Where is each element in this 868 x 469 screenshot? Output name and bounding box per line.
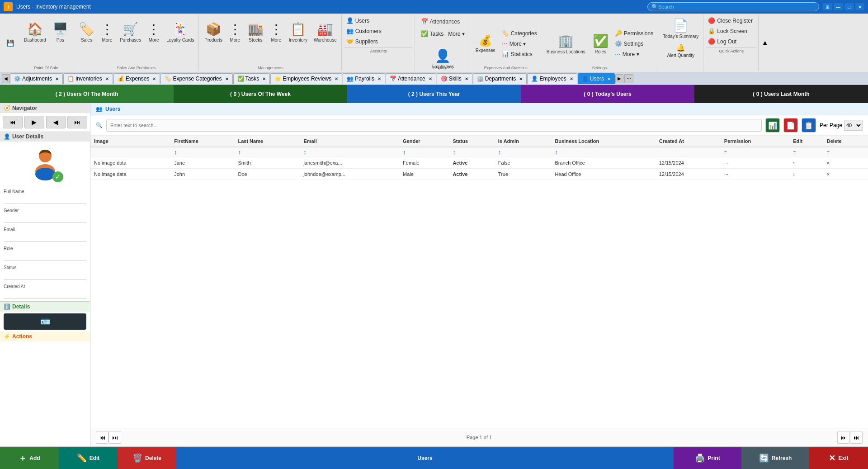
lock-screen-btn[interactable]: 🔒Lock Screen xyxy=(706,27,749,35)
close-register-btn[interactable]: 🔴Close Register xyxy=(706,16,755,25)
stat-today[interactable]: ( 0 ) Today's Users xyxy=(521,85,694,103)
toolbar-save-btn[interactable]: 💾 xyxy=(4,37,17,49)
settings-btn[interactable]: ⚙️Settings xyxy=(613,39,655,48)
toolbar-collapse-btn[interactable]: ▲ xyxy=(760,14,770,71)
expenses-btn[interactable]: 💰 Expenses xyxy=(473,28,498,60)
nav-first-btn[interactable]: ⏮ xyxy=(3,116,23,128)
export-excel-btn[interactable]: 📊 xyxy=(765,118,780,133)
alert-quantity-btn[interactable]: 🔔 Alert Quantity xyxy=(664,42,697,60)
sidebar-details-btn[interactable]: 🪪 xyxy=(4,313,86,330)
nav-last-btn[interactable]: ⏭ xyxy=(67,116,87,128)
nav-prev-btn[interactable]: ▶ xyxy=(24,116,44,128)
attendances-btn[interactable]: 📅Attendances xyxy=(419,17,462,26)
email-input[interactable] xyxy=(4,233,86,242)
search-input[interactable] xyxy=(658,4,815,9)
filter-status[interactable]: ↕ xyxy=(449,147,494,157)
row1-edit[interactable]: › xyxy=(789,157,823,169)
filter-gender[interactable]: ↕ xyxy=(399,147,449,157)
role-input[interactable] xyxy=(4,252,86,261)
tab-employees-reviews-close[interactable]: ✕ xyxy=(335,76,338,81)
users-center-button[interactable]: Users xyxy=(176,447,674,469)
row1-delete[interactable]: × xyxy=(823,157,868,169)
customers-nav-btn[interactable]: 👥 Customers xyxy=(344,27,383,35)
sales-more-btn[interactable]: ⋮ More xyxy=(98,16,116,48)
stat-month[interactable]: ( 2 ) Users Of The Month xyxy=(0,85,174,103)
suppliers-nav-btn[interactable]: 🤝 Suppliers xyxy=(344,37,380,46)
filter-location[interactable]: ↕ xyxy=(551,147,655,157)
tab-attendance[interactable]: 📅 Attendance ✕ xyxy=(386,73,436,84)
settings-more-btn[interactable]: ⋯More ▾ xyxy=(613,50,655,58)
warehouse-btn[interactable]: 🏭 Warehouse xyxy=(311,16,340,48)
tab-adjustments-close[interactable]: ✕ xyxy=(55,76,59,81)
grid-btn[interactable]: ⊞ xyxy=(823,3,832,10)
stocks-more-btn[interactable]: ⋮ More xyxy=(267,16,285,48)
filter-firstname[interactable]: ↕ xyxy=(170,147,234,157)
page-first-btn[interactable]: ⏮ xyxy=(96,431,108,444)
tab-employees-reviews[interactable]: ⭐ Employees Reviews ✕ xyxy=(270,73,342,84)
purchases-btn[interactable]: 🛒 Purchases xyxy=(117,16,144,48)
filter-isadmin[interactable]: ↕ xyxy=(495,147,552,157)
statistics-btn[interactable]: 📊Statistics xyxy=(500,50,539,58)
tab-expenses-close[interactable]: ✕ xyxy=(152,76,156,81)
page-next-btn[interactable]: ⏭ xyxy=(837,431,850,444)
page-prev-btn[interactable]: ⏭ xyxy=(108,431,121,444)
stat-week[interactable]: ( 0 ) Users Of The Week xyxy=(174,85,347,103)
gender-input[interactable] xyxy=(4,214,86,223)
tab-users[interactable]: 👤 Users ✕ xyxy=(578,73,615,84)
tab-skills[interactable]: 🎯 Skills ✕ xyxy=(437,73,472,84)
tab-payrolls-close[interactable]: ✕ xyxy=(377,76,381,81)
export-pdf-btn[interactable]: 📄 xyxy=(783,118,798,133)
stat-last-month[interactable]: ( 0 ) Users Last Month xyxy=(694,85,868,103)
tab-next-btn[interactable]: ▶ xyxy=(615,74,623,83)
tab-skills-close[interactable]: ✕ xyxy=(465,76,468,81)
expenses-more-btn[interactable]: ⋯More ▾ xyxy=(500,39,539,48)
exit-button[interactable]: ✕ Exit xyxy=(809,447,868,469)
per-page-select[interactable]: 40 20 100 xyxy=(844,120,863,131)
tab-attendance-close[interactable]: ✕ xyxy=(429,76,432,81)
delete-button[interactable]: 🗑️ Delete xyxy=(118,447,176,469)
add-button[interactable]: ＋ Add xyxy=(0,447,59,469)
edit-button[interactable]: ✏️ Edit xyxy=(59,447,118,469)
page-last-btn[interactable]: ⏭ xyxy=(850,431,863,444)
business-locations-btn[interactable]: 🏢 Business Locations xyxy=(544,28,588,60)
status-input[interactable] xyxy=(4,271,86,280)
tab-expense-categories[interactable]: 🏷️ Expense Categories ✕ xyxy=(160,73,232,84)
tab-expenses[interactable]: 💰 Expenses ✕ xyxy=(113,73,160,84)
minimize-btn[interactable]: — xyxy=(834,3,843,10)
roles-btn[interactable]: ✅ Roles xyxy=(590,28,611,60)
row1-permission[interactable]: ··· xyxy=(721,157,789,169)
tab-users-close[interactable]: ✕ xyxy=(607,76,611,81)
stocks-btn[interactable]: 🏬 Stocks xyxy=(245,16,266,48)
tab-inventories[interactable]: 📋 Inventories ✕ xyxy=(63,73,113,84)
inventory-btn[interactable]: 📋 Inventory xyxy=(286,16,310,48)
purchases-more-btn[interactable]: ⋮ More xyxy=(145,16,163,48)
tab-departments-close[interactable]: ✕ xyxy=(519,76,523,81)
refresh-button[interactable]: 🔄 Refresh xyxy=(741,447,809,469)
categories-btn[interactable]: 🏷️Categories xyxy=(500,29,539,38)
tab-adjustments[interactable]: ⚙️ Adjustments ✕ xyxy=(10,73,63,84)
filter-email[interactable]: ↕ xyxy=(300,147,399,157)
logout-btn[interactable]: 🔴Log Out xyxy=(706,37,738,46)
row2-edit[interactable]: › xyxy=(789,169,823,180)
full-name-input[interactable] xyxy=(4,195,86,204)
created-at-input[interactable] xyxy=(4,290,86,299)
stat-year[interactable]: ( 2 ) Users This Year xyxy=(347,85,521,103)
tab-employees-close[interactable]: ✕ xyxy=(570,76,573,81)
maximize-btn[interactable]: □ xyxy=(844,3,854,10)
employees-more-btn[interactable]: More ▾ xyxy=(446,29,467,38)
loyalty-btn[interactable]: 🃏 Loyalty Cards xyxy=(164,16,197,48)
row2-permission[interactable]: ··· xyxy=(721,169,789,180)
row2-delete[interactable]: × xyxy=(823,169,868,180)
tab-more-btn[interactable]: ⋯ xyxy=(624,74,633,83)
users-nav-btn[interactable]: 👤 Users xyxy=(344,16,371,25)
tab-tasks-close[interactable]: ✕ xyxy=(262,76,266,81)
todays-summary-btn[interactable]: 📄 Today's Summary xyxy=(660,16,701,41)
tab-tasks[interactable]: ✅ Tasks ✕ xyxy=(233,73,270,84)
print-button[interactable]: 🖨️ Print xyxy=(674,447,741,469)
tab-payrolls[interactable]: 👥 Payrolls ✕ xyxy=(343,73,385,84)
export-csv-btn[interactable]: 📋 xyxy=(802,118,816,133)
products-more-btn[interactable]: ⋮ More xyxy=(226,16,244,48)
tab-employees[interactable]: 👤 Employees ✕ xyxy=(527,73,577,84)
pos-btn[interactable]: 🖥️ Pos xyxy=(50,16,71,48)
dashboard-btn[interactable]: 🏠 Dashboard xyxy=(21,16,49,48)
